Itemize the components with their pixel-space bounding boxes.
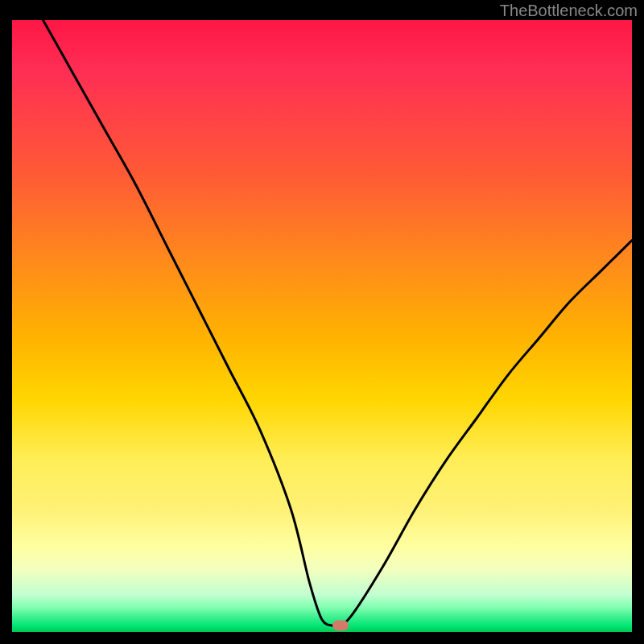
bottleneck-curve-path (43, 20, 633, 627)
curve-svg (12, 20, 632, 632)
optimal-point-marker (332, 621, 349, 631)
watermark-text: TheBottleneck.com (500, 2, 638, 20)
plot-area (12, 20, 632, 632)
chart-container: TheBottleneck.com (0, 0, 644, 644)
